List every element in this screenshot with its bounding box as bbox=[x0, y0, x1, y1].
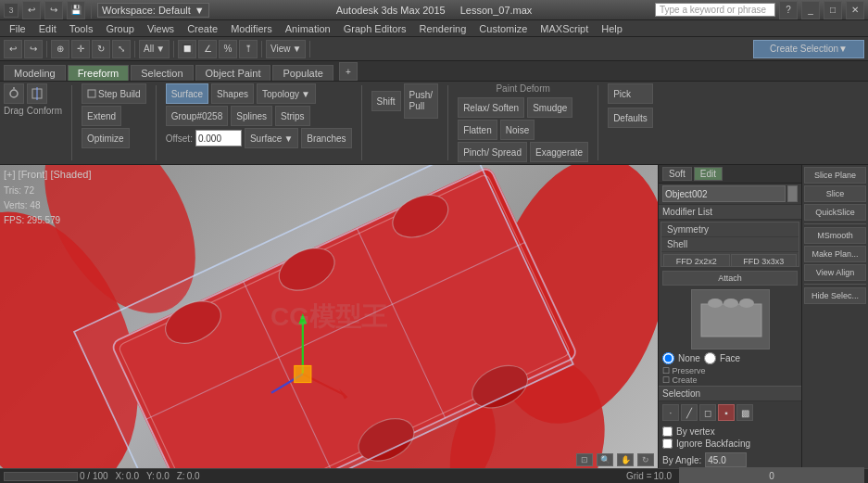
exaggerate-btn[interactable]: Exaggerate bbox=[530, 142, 588, 162]
make-planar-btn[interactable]: Make Plan... bbox=[804, 246, 866, 262]
pick-btn[interactable]: Pick bbox=[608, 83, 653, 104]
close-button[interactable]: ✕ bbox=[846, 1, 864, 19]
quick-slice-btn[interactable]: QuickSlice bbox=[804, 204, 866, 221]
view-dropdown[interactable]: View ▼ bbox=[266, 40, 306, 58]
scale-btn[interactable]: ⤡ bbox=[112, 40, 131, 58]
slice-plane-btn[interactable]: Slice Plane bbox=[804, 167, 866, 184]
ffd-3x3-btn[interactable]: FFD 3x3x3 bbox=[731, 254, 798, 267]
shift-btn[interactable]: Shift bbox=[371, 91, 401, 111]
vertex-icon[interactable]: · bbox=[662, 404, 679, 421]
hide-selected-btn[interactable]: Hide Selec... bbox=[804, 287, 866, 304]
rp-tab-soft[interactable]: Soft bbox=[662, 167, 692, 181]
orbit-btn[interactable]: ↻ bbox=[637, 453, 654, 466]
object-color-swatch[interactable] bbox=[787, 185, 798, 202]
shapes-btn[interactable]: Shapes bbox=[211, 83, 254, 104]
view-align-btn[interactable]: View Align bbox=[804, 264, 866, 281]
menu-edit[interactable]: Edit bbox=[33, 22, 62, 35]
tab-selection[interactable]: Selection bbox=[131, 65, 193, 81]
attach-btn[interactable]: Attach bbox=[662, 271, 798, 286]
save-button[interactable]: 💾 bbox=[67, 1, 85, 19]
tab-object-paint[interactable]: Object Paint bbox=[195, 65, 271, 81]
tab-populate[interactable]: Populate bbox=[272, 65, 333, 81]
zoom-btn[interactable]: 🔍 bbox=[597, 453, 613, 466]
splines-btn[interactable]: Splines bbox=[231, 106, 272, 126]
toolbar-btn-2[interactable]: ↪ bbox=[24, 40, 43, 58]
polygon-icon[interactable]: ▪ bbox=[718, 404, 735, 421]
tab-freeform[interactable]: Freeform bbox=[68, 65, 130, 81]
main-area: [+] [Front] [Shaded] Tris: 72 Verts: 48 … bbox=[0, 165, 868, 468]
element-icon[interactable]: ▩ bbox=[736, 404, 753, 421]
extend-btn[interactable]: Extend bbox=[82, 106, 121, 126]
select-btn[interactable]: ⊕ bbox=[51, 40, 69, 58]
smudge-btn[interactable]: Smudge bbox=[527, 97, 572, 118]
create-selection-btn[interactable]: Create Selection▼ bbox=[753, 40, 864, 58]
surface-active-btn[interactable]: Surface bbox=[166, 83, 208, 104]
menu-customize[interactable]: Customize bbox=[473, 22, 533, 35]
topology-btn[interactable]: Topology▼ bbox=[257, 83, 316, 104]
modifier-shell[interactable]: Shell bbox=[661, 237, 799, 252]
pan-btn[interactable]: ✋ bbox=[617, 453, 634, 466]
border-icon[interactable]: ◻ bbox=[699, 404, 716, 421]
by-vertex-check[interactable] bbox=[662, 426, 673, 437]
ffd-2x2-btn[interactable]: FFD 2x2x2 bbox=[663, 254, 730, 267]
zoom-extents-btn[interactable]: ⊡ bbox=[576, 453, 593, 466]
percent-snap-btn[interactable]: % bbox=[219, 40, 237, 58]
menu-animation[interactable]: Animation bbox=[280, 22, 336, 35]
menu-views[interactable]: Views bbox=[142, 22, 180, 35]
ignore-backfacing-check[interactable] bbox=[662, 439, 673, 449]
noise-btn[interactable]: Noise bbox=[500, 120, 535, 140]
offset-input[interactable] bbox=[195, 130, 242, 146]
angle-input[interactable] bbox=[705, 452, 747, 467]
radio-face[interactable] bbox=[704, 352, 716, 364]
defaults-btn[interactable]: Defaults bbox=[608, 108, 653, 128]
rotate-btn[interactable]: ↻ bbox=[92, 40, 110, 58]
flatten-btn[interactable]: Flatten bbox=[458, 120, 497, 140]
tab-options-btn[interactable]: + bbox=[339, 62, 358, 81]
menu-group[interactable]: Group bbox=[100, 22, 140, 35]
build-section: Step Build Extend Optimize bbox=[82, 83, 146, 162]
edge-icon[interactable]: ╱ bbox=[681, 404, 698, 421]
maximize-button[interactable]: □ bbox=[824, 1, 842, 19]
branches-btn[interactable]: Branches bbox=[301, 128, 351, 148]
radio-none[interactable] bbox=[662, 352, 674, 364]
snap-btn[interactable]: 🔲 bbox=[178, 40, 196, 58]
strips-btn[interactable]: Strips bbox=[275, 106, 310, 126]
drag-btn[interactable] bbox=[4, 83, 24, 104]
menu-tools[interactable]: Tools bbox=[64, 22, 99, 35]
move-btn[interactable]: ✛ bbox=[71, 40, 90, 58]
search-box[interactable]: Type a keyword or phrase bbox=[655, 3, 775, 17]
relax-soften-btn[interactable]: Relax/ Soften bbox=[458, 97, 524, 118]
spinner-snap-btn[interactable]: ⤒ bbox=[239, 40, 258, 58]
surface-btn2[interactable]: Surface▼ bbox=[245, 128, 298, 148]
shift-section: Shift Push/Pull bbox=[371, 83, 439, 162]
group-btn[interactable]: Group#0258 bbox=[166, 106, 229, 126]
help-button[interactable]: ? bbox=[779, 1, 798, 19]
viewport[interactable]: [+] [Front] [Shaded] Tris: 72 Verts: 48 … bbox=[0, 165, 658, 468]
toolbar-btn-1[interactable]: ↩ bbox=[4, 40, 22, 58]
menu-modifiers[interactable]: Modifiers bbox=[225, 22, 278, 35]
pinch-spread-btn[interactable]: Pinch/ Spread bbox=[458, 142, 527, 162]
time-slider[interactable]: 0 bbox=[679, 467, 864, 484]
push-pull-btn[interactable]: Push/Pull bbox=[404, 83, 439, 119]
workspace-dropdown[interactable]: Workspace: Default ▼ bbox=[97, 3, 209, 18]
undo-button[interactable]: ↩ bbox=[22, 1, 41, 19]
optimize-btn[interactable]: Optimize bbox=[82, 128, 129, 148]
slice-btn[interactable]: Slice bbox=[804, 185, 866, 202]
menu-help[interactable]: Help bbox=[596, 22, 628, 35]
menu-file[interactable]: File bbox=[4, 22, 31, 35]
rp-tab-edit[interactable]: Edit bbox=[694, 167, 723, 181]
step-build-btn[interactable]: Step Build bbox=[82, 83, 146, 104]
angle-snap-btn[interactable]: ∠ bbox=[198, 40, 217, 58]
tab-modeling[interactable]: Modeling bbox=[4, 65, 66, 81]
msmooth-btn[interactable]: MSmooth bbox=[804, 227, 866, 244]
redo-button[interactable]: ↪ bbox=[44, 1, 63, 19]
menu-graph-editors[interactable]: Graph Editors bbox=[338, 22, 412, 35]
menu-create[interactable]: Create bbox=[182, 22, 223, 35]
menu-maxscript[interactable]: MAXScript bbox=[535, 22, 594, 35]
menu-rendering[interactable]: Rendering bbox=[414, 22, 472, 35]
filter-dropdown[interactable]: All ▼ bbox=[139, 40, 170, 58]
conform-btn[interactable] bbox=[27, 83, 47, 104]
object-name-input[interactable] bbox=[662, 185, 786, 202]
minimize-button[interactable]: _ bbox=[801, 1, 820, 19]
modifier-symmetry[interactable]: Symmetry bbox=[661, 222, 799, 237]
